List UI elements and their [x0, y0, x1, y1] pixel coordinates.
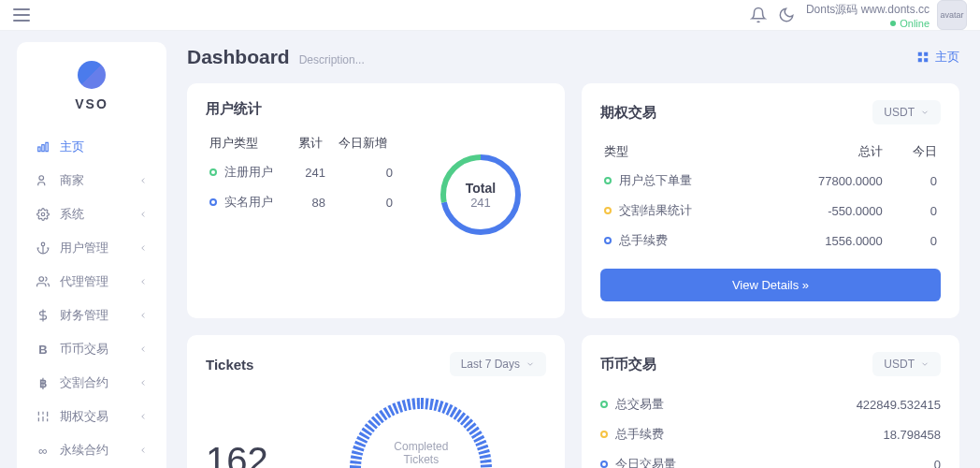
list-item: 总交易量422849.532415 [600, 389, 941, 419]
sliders-icon [36, 409, 50, 424]
view-details-button[interactable]: View Details » [600, 269, 941, 301]
user-name: Donts源码 www.donts.cc [806, 2, 930, 18]
donut-label: Completed Tickets [382, 440, 461, 466]
sidebar-item-option-trade[interactable]: 期权交易 [17, 400, 166, 433]
sidebar-item-label: 主页 [60, 139, 84, 155]
sidebar-item-coin-trade[interactable]: B币币交易 [17, 332, 166, 366]
list-item: 今日交易量0 [600, 449, 941, 468]
gear-icon [36, 207, 50, 222]
infinity-icon: ∞ [36, 443, 50, 458]
card-option-trade: 期权交易 USDT 类型 总计 今日 用户总下单量77800.00000 交割结… [582, 83, 959, 318]
sidebar-item-label: 用户管理 [60, 240, 108, 256]
sidebar-item-label: 币币交易 [60, 341, 108, 358]
col-type: 类型 [600, 138, 764, 166]
table-row: 交割结果统计-550.00000 [600, 196, 941, 226]
svg-rect-2 [46, 142, 48, 151]
page-desc: Description... [299, 53, 365, 66]
chevron-left-icon [138, 344, 148, 354]
user-stats-donut: Total 241 [415, 129, 546, 260]
table-row: 总手续费1556.00000 [600, 226, 941, 256]
chevron-left-icon [138, 277, 148, 286]
card-tickets: Tickets Last 7 Days 162 Tickets [187, 335, 565, 468]
bell-icon[interactable] [750, 7, 767, 23]
sidebar-item-label: 系统 [60, 206, 84, 223]
sidebar-item-perpetual-contract[interactable]: ∞永续合约 [17, 433, 166, 467]
currency-dropdown[interactable]: USDT [872, 100, 941, 124]
sidebar-item-delivery-contract[interactable]: ฿交割合约 [17, 366, 166, 400]
chevron-left-icon [138, 210, 148, 219]
sidebar-item-label: 永续合约 [60, 442, 108, 459]
logo-icon [78, 61, 106, 89]
chevron-left-icon [138, 311, 148, 320]
dot-icon [600, 431, 608, 438]
dot-icon [604, 207, 612, 214]
svg-rect-29 [918, 52, 922, 56]
chevron-down-icon [920, 359, 930, 369]
grid-icon [916, 51, 930, 64]
dot-icon [209, 168, 217, 176]
dark-mode-icon[interactable] [778, 7, 795, 23]
col-today: 今日新增 [329, 129, 396, 157]
table-row: 注册用户 241 0 [206, 157, 396, 187]
chevron-left-icon [138, 378, 148, 388]
breadcrumb-label: 主页 [935, 49, 959, 66]
anchor-icon [36, 241, 50, 256]
chevron-left-icon [138, 243, 148, 253]
chevron-down-icon [526, 359, 535, 369]
currency-dropdown[interactable]: USDT [872, 352, 941, 376]
sidebar-item-label: 商家 [60, 172, 84, 189]
bold-b-icon: B [36, 342, 50, 357]
svg-point-4 [41, 212, 45, 216]
chart-icon [36, 139, 50, 154]
sidebar-item-merchant[interactable]: 商家 [17, 164, 166, 197]
col-sum: 总计 [764, 138, 886, 166]
sidebar-item-finance-mgmt[interactable]: 财务管理 [17, 299, 166, 332]
user-status: Online [806, 18, 930, 29]
logo-text: VSO [17, 96, 166, 111]
breadcrumb[interactable]: 主页 [916, 49, 959, 66]
people-icon [36, 173, 50, 188]
chevron-left-icon [138, 176, 148, 185]
card-user-stats: 用户统计 用户类型 累计 今日新增 注册用户 [187, 83, 565, 318]
chevron-left-icon [138, 446, 148, 455]
sidebar-item-user-mgmt[interactable]: 用户管理 [17, 231, 166, 265]
svg-rect-32 [918, 58, 922, 62]
svg-rect-1 [42, 145, 44, 152]
total-value: 241 [466, 196, 496, 210]
users-icon [36, 274, 50, 289]
col-sum: 累计 [291, 129, 329, 157]
page-title: Dashboard [187, 46, 290, 68]
card-title: 期权交易 [600, 104, 656, 122]
avatar[interactable]: avatar [937, 0, 967, 30]
sidebar-item-home[interactable]: 主页 [17, 130, 166, 164]
col-today: 今日 [886, 138, 941, 166]
sidebar-item-agent-mgmt[interactable]: 代理管理 [17, 265, 166, 299]
card-title: 币币交易 [600, 356, 656, 373]
chevron-left-icon [138, 412, 148, 421]
dot-icon [604, 237, 612, 244]
total-label: Total [466, 181, 496, 196]
card-coin-trade: 币币交易 USDT 总交易量422849.532415 总手续费18.79845… [582, 335, 959, 468]
menu-toggle[interactable] [13, 8, 30, 22]
tickets-donut: Completed Tickets 83% [341, 389, 500, 468]
sidebar-item-label: 财务管理 [60, 307, 108, 324]
svg-rect-0 [38, 147, 40, 152]
sidebar-item-label: 交割合约 [60, 374, 108, 391]
col-type: 用户类型 [206, 129, 291, 157]
card-title: Tickets [206, 357, 253, 373]
svg-rect-30 [924, 52, 928, 56]
ticket-count: 162 [206, 442, 268, 468]
sidebar-item-system[interactable]: 系统 [17, 197, 166, 231]
bitcoin-icon: ฿ [36, 375, 50, 390]
logo: VSO [17, 61, 166, 111]
table-row: 用户总下单量77800.00000 [600, 166, 941, 196]
user-menu[interactable]: Donts源码 www.donts.cc Online avatar [806, 0, 967, 30]
dot-icon [209, 198, 217, 206]
table-row: 实名用户 88 0 [206, 187, 396, 217]
svg-point-5 [41, 242, 45, 246]
card-title: 用户统计 [206, 100, 546, 118]
svg-point-3 [39, 176, 44, 181]
svg-point-7 [39, 277, 44, 282]
period-dropdown[interactable]: Last 7 Days [450, 352, 546, 376]
list-item: 总手续费18.798458 [600, 419, 941, 449]
